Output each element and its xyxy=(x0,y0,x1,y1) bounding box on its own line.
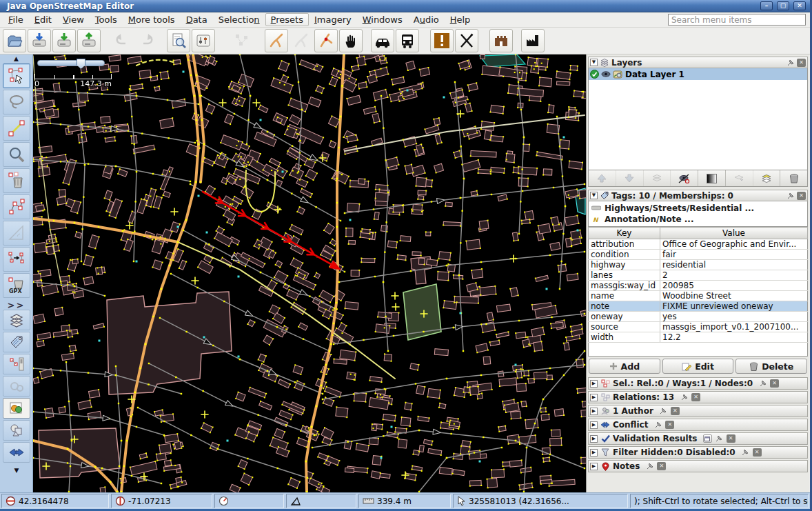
filter-expand-icon[interactable]: ▶ xyxy=(590,449,598,457)
measure-tool-button[interactable] xyxy=(3,221,30,246)
preset-link-highway[interactable]: Highways/Streets/Residential ... xyxy=(591,203,807,214)
menu-more-tools[interactable]: More tools xyxy=(123,13,181,26)
search-objects-button[interactable] xyxy=(167,29,190,52)
layers-pin-icon[interactable] xyxy=(786,59,795,67)
tag-row[interactable]: nameWoodbine Street xyxy=(589,291,808,301)
delete-tool-button[interactable] xyxy=(3,168,30,193)
toggle-filter-button[interactable] xyxy=(3,420,30,441)
preset-link-note[interactable]: N Annotation/Note ... xyxy=(591,214,807,225)
layer-visibility-button[interactable] xyxy=(671,170,698,186)
selection-expand-icon[interactable]: ▶ xyxy=(590,380,598,388)
improve-way-tool-button[interactable] xyxy=(3,194,30,219)
layer-visible-icon[interactable] xyxy=(601,70,611,78)
layer-duplicate-button[interactable] xyxy=(753,170,781,186)
authors-close-icon[interactable]: ✕ xyxy=(671,407,680,415)
filter-close-icon[interactable]: ✕ xyxy=(753,448,762,457)
panel-conflict[interactable]: ▶ Conflict ✕ xyxy=(588,419,808,431)
menu-search-input[interactable] xyxy=(668,14,806,26)
layer-move-down-button[interactable] xyxy=(616,170,644,186)
delete-tag-button[interactable]: Delete xyxy=(735,359,807,374)
layers-close-icon[interactable]: ✕ xyxy=(797,59,806,67)
layer-merge-button[interactable] xyxy=(644,170,671,186)
authors-pin-icon[interactable] xyxy=(659,407,668,415)
draw-node-tool-button[interactable] xyxy=(3,116,30,141)
conflict-expand-icon[interactable]: ▶ xyxy=(590,421,598,429)
relations-pin-icon[interactable] xyxy=(680,393,689,401)
validation-popout-button[interactable] xyxy=(703,434,712,443)
toggle-relations-button[interactable] xyxy=(3,376,30,397)
network-button[interactable] xyxy=(230,29,254,52)
menu-windows[interactable]: Windows xyxy=(357,13,408,26)
download-button[interactable] xyxy=(52,29,76,52)
tags-col-key[interactable]: Key xyxy=(589,228,660,239)
gpx-delete-tool-button[interactable]: GPX xyxy=(3,273,30,298)
tags-close-icon[interactable]: ✕ xyxy=(797,192,806,200)
menu-selection[interactable]: Selection xyxy=(213,13,265,26)
panel-validation[interactable]: ▶ Validation Results ✕ xyxy=(588,432,808,445)
map-view[interactable]: 0 147.3 m xyxy=(33,54,586,492)
filter-pin-icon[interactable] xyxy=(741,448,750,457)
rail-scroll-up-icon[interactable]: ▲ xyxy=(3,55,30,62)
select-tool-button[interactable] xyxy=(3,63,30,88)
menu-file[interactable]: File xyxy=(3,13,29,26)
tag-row-selected[interactable]: noteFIXME unreviewed oneway xyxy=(589,301,808,312)
edit-tag-button[interactable]: Edit xyxy=(662,359,734,374)
combine-way-button[interactable] xyxy=(290,29,313,52)
split-way-button[interactable] xyxy=(265,29,288,52)
layer-row[interactable]: Data Layer 1 xyxy=(589,68,807,80)
layer-opacity-button[interactable] xyxy=(698,170,726,186)
tag-row[interactable]: lanes2 xyxy=(589,270,808,281)
menu-presets[interactable]: Presets xyxy=(265,13,309,26)
tag-row[interactable]: massgis:way_id200985 xyxy=(589,281,808,291)
tag-row[interactable]: onewayyes xyxy=(589,312,808,322)
layers-collapse-icon[interactable]: ▼ xyxy=(590,59,598,66)
map-canvas[interactable] xyxy=(33,54,586,492)
tags-col-value[interactable]: Value xyxy=(660,228,808,239)
tag-row[interactable]: width12.2 xyxy=(589,332,808,343)
menu-audio[interactable]: Audio xyxy=(408,13,445,26)
layer-move-up-button[interactable] xyxy=(589,170,616,186)
relations-close-icon[interactable]: ✕ xyxy=(691,393,700,401)
tag-row[interactable]: highwayresidential xyxy=(589,260,808,270)
menu-help[interactable]: Help xyxy=(445,13,476,26)
menu-edit[interactable]: Edit xyxy=(29,13,57,26)
merge-nodes-tool-button[interactable] xyxy=(3,247,30,272)
maximize-button[interactable]: ▢ xyxy=(777,1,789,10)
panel-filter[interactable]: ▶ Filter Hidden:0 Disabled:0 ✕ xyxy=(588,446,808,459)
bus-button[interactable] xyxy=(396,29,419,52)
upload-button[interactable] xyxy=(77,29,101,52)
validation-expand-icon[interactable]: ▶ xyxy=(590,435,598,443)
panel-selection[interactable]: ▶ Sel.: Rel.:0 / Ways:1 / Nodes:0 ✕ xyxy=(588,377,808,390)
menu-tools[interactable]: Tools xyxy=(90,13,123,26)
factory-preset-button[interactable] xyxy=(521,29,545,52)
panel-relations[interactable]: ▶ Relations: 13 ✕ xyxy=(588,391,808,403)
validation-button[interactable] xyxy=(430,29,454,52)
car-button[interactable] xyxy=(371,29,394,52)
castle-preset-button[interactable] xyxy=(489,29,513,52)
tags-collapse-icon[interactable]: ▼ xyxy=(590,192,598,199)
layer-delete-button[interactable] xyxy=(780,170,807,186)
conflict-pin-icon[interactable] xyxy=(653,421,662,429)
validation-pin-icon[interactable] xyxy=(715,434,724,443)
notes-pin-icon[interactable] xyxy=(645,462,654,470)
tag-row[interactable]: conditionfair xyxy=(589,250,808,260)
map-zoom-slider[interactable] xyxy=(37,60,105,66)
tag-row[interactable]: sourcemassgis_import_v0.1_2007100... xyxy=(589,322,808,332)
pan-button[interactable] xyxy=(339,29,363,52)
panel-authors[interactable]: ▶ 1 Author ✕ xyxy=(588,405,808,417)
validation-close-icon[interactable]: ✕ xyxy=(727,434,735,443)
menu-view[interactable]: View xyxy=(57,13,90,26)
open-button[interactable] xyxy=(3,29,26,52)
unglue-button[interactable] xyxy=(314,29,338,52)
restaurant-preset-button[interactable] xyxy=(455,29,478,52)
menu-imagery[interactable]: Imagery xyxy=(309,13,357,26)
tag-row[interactable]: attributionOffice of Geographic and Envi… xyxy=(589,239,808,250)
conflict-close-icon[interactable]: ✕ xyxy=(665,421,674,429)
tags-pin-icon[interactable] xyxy=(786,192,795,200)
redo-button[interactable] xyxy=(135,29,159,52)
layer-merge-down-button[interactable] xyxy=(726,170,753,186)
toggle-selection-button[interactable] xyxy=(3,354,30,374)
minimize-button[interactable]: – xyxy=(760,1,773,10)
panel-notes[interactable]: ▶ Notes ✕ xyxy=(588,460,808,472)
preferences-button[interactable] xyxy=(192,29,215,52)
